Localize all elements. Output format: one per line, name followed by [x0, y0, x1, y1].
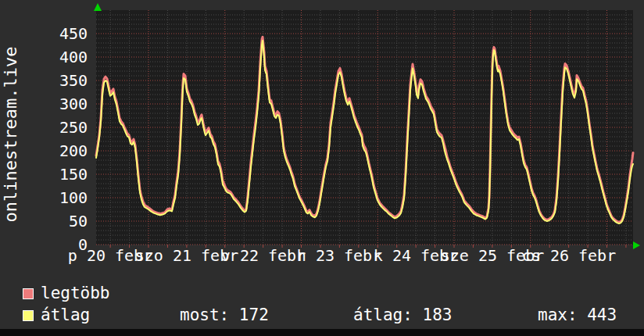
y-tick-label: 300 — [59, 95, 88, 113]
legend-row-avg: átlag — [23, 307, 90, 323]
legend-label-avg: átlag — [41, 307, 90, 323]
legend-swatch-max — [23, 288, 34, 299]
stat-atlag: átlag: 183 — [353, 307, 452, 323]
y-tick-label: 450 — [59, 24, 88, 43]
x-axis-label: v 22 febr — [221, 246, 306, 265]
y-tick-label: 150 — [59, 165, 88, 184]
x-axis-label: h 23 febr — [297, 246, 381, 265]
y-tick-label: 50 — [69, 212, 88, 231]
up-arrow-icon — [94, 3, 102, 11]
x-axis-label: cs 26 febr — [522, 246, 616, 265]
y-tick-label: 250 — [59, 118, 88, 137]
plot-background — [96, 10, 633, 245]
plot-svg: 050100150200250300350400450p 20 febrszo … — [0, 0, 644, 281]
legend-label-max: legtöbb — [41, 285, 110, 302]
y-tick-label: 200 — [59, 141, 88, 160]
y-tick-label: 400 — [59, 48, 88, 66]
stat-most: most: 172 — [180, 307, 269, 323]
stat-max: max: 443 — [538, 307, 617, 323]
legend-row-max: legtöbb — [23, 285, 110, 302]
rrd-graph-window: onlinestream.live 0501001502002503003504… — [0, 0, 644, 336]
y-tick-label: 350 — [59, 71, 88, 90]
bottom-strip — [0, 329, 644, 336]
y-tick-label: 100 — [59, 188, 88, 207]
right-arrow-icon — [633, 241, 640, 249]
legend-swatch-avg — [23, 310, 34, 321]
